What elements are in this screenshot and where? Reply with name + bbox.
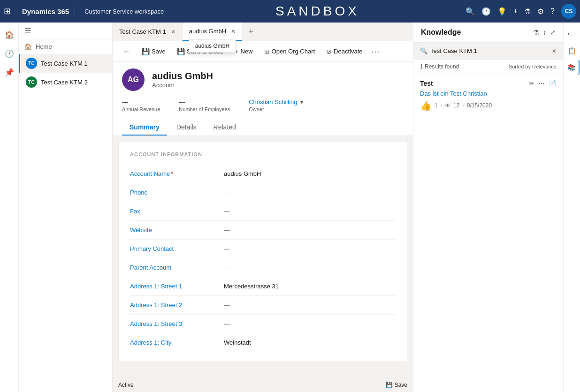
value-fax[interactable]: --- — [224, 208, 396, 215]
label-street2: Address 1: Street 2 — [130, 302, 224, 309]
tab-details[interactable]: Details — [169, 120, 204, 136]
knowledge-panel-title: Knowledge — [421, 28, 461, 37]
status-save-button[interactable]: 💾 Save — [386, 382, 407, 388]
case-label-1: Test Case KTM 1 — [41, 60, 88, 67]
tab-audius[interactable]: audius GmbH ✕ audius GmbH — [183, 23, 243, 41]
deactivate-button[interactable]: ⊘ Deactivate — [321, 45, 367, 58]
add-tab-button[interactable]: + — [243, 27, 259, 37]
user-avatar[interactable]: CS — [561, 4, 576, 19]
open-org-chart-button[interactable]: ⊞ Open Org Chart — [259, 45, 320, 58]
nav-icons: 🔍 🕐 💡 + ⚗ ⚙ ? CS — [466, 4, 576, 19]
far-panel-knowledge-icon active[interactable]: 📚 — [565, 60, 580, 75]
knowledge-search-input[interactable] — [430, 47, 549, 54]
value-street2[interactable]: --- — [224, 302, 396, 309]
value-website[interactable]: --- — [224, 226, 396, 234]
help-icon[interactable]: 💡 — [497, 7, 507, 16]
status-save-label: Save — [395, 382, 407, 388]
far-panel-productivity-icon[interactable]: 📋 — [565, 43, 580, 58]
views-count: 12 — [453, 102, 459, 109]
question-icon[interactable]: ? — [550, 7, 555, 15]
annual-revenue-value[interactable]: --- — [122, 98, 160, 106]
knowledge-results-bar: 1 Results found Sorted by Relevance — [413, 60, 563, 74]
filter-knowledge-icon[interactable]: ⚗ — [533, 29, 539, 36]
app-name[interactable]: Dynamics 365 — [16, 8, 75, 15]
tab-related[interactable]: Related — [206, 120, 244, 136]
record-fields: --- Annual Revenue --- Number of Employe… — [122, 95, 404, 116]
sidebar-recent-icon[interactable]: 🕐 — [1, 45, 18, 62]
dot-separator-2: · — [462, 102, 464, 109]
back-button[interactable]: ← — [118, 45, 135, 59]
knowledge-panel-header: Knowledge ⚗ ↕ ⤢ — [413, 23, 563, 43]
new-icon: + — [235, 48, 238, 55]
value-parent-account[interactable]: --- — [224, 264, 396, 271]
article-actions: ✏ ⋯ 📄 — [529, 80, 557, 87]
owner-name: Christian Schilling — [249, 98, 297, 106]
nav-panel: ☰ 🏠 Home TC Test Case KTM 1 TC Test Case… — [19, 23, 113, 392]
tab-close-1[interactable]: ✕ — [171, 29, 176, 35]
deactivate-label: Deactivate — [334, 48, 362, 55]
recent-icon[interactable]: 🕐 — [481, 7, 491, 16]
home-icon: 🏠 — [24, 43, 32, 50]
value-street3[interactable]: --- — [224, 320, 396, 327]
record-title-block: audius GmbH Account — [152, 71, 213, 89]
case-label-2: Test Case KTM 2 — [41, 79, 88, 86]
employees-value[interactable]: --- — [179, 98, 230, 106]
value-primary-contact[interactable]: --- — [224, 245, 396, 252]
case-nav-item-2[interactable]: TC Test Case KTM 2 — [19, 73, 112, 91]
value-city[interactable]: Weinstadt — [224, 339, 396, 346]
knowledge-panel: Knowledge ⚗ ↕ ⤢ 🔍 ✕ 1 Results found Sort… — [413, 23, 563, 392]
search-knowledge-icon: 🔍 — [420, 47, 427, 54]
field-account-name: Account Name* audius GmbH — [130, 165, 396, 183]
clear-search-icon[interactable]: ✕ — [552, 48, 557, 54]
article-more-icon[interactable]: ⋯ — [538, 80, 545, 87]
tab-close-2[interactable]: ✕ — [231, 28, 236, 35]
save-button[interactable]: 💾 Save — [137, 45, 170, 58]
home-nav-item[interactable]: 🏠 Home — [19, 39, 112, 54]
record-tabs: Summary Details Related — [122, 120, 404, 136]
main-scrollable: ACCOUNT INFORMATION Account Name* audius… — [113, 136, 413, 377]
save-icon: 💾 — [142, 48, 150, 55]
far-panel-collapse-icon[interactable]: ⟵ — [565, 26, 580, 41]
label-city: Address 1: City — [130, 339, 224, 346]
field-fax: Fax --- — [130, 202, 396, 221]
expand-panel-icon[interactable]: ⤢ — [550, 29, 556, 36]
article-edit-icon[interactable]: ✏ — [529, 80, 534, 87]
plus-icon[interactable]: + — [513, 7, 518, 15]
tab-test-case[interactable]: Test Case KTM 1 ✕ — [113, 23, 183, 41]
chevron-down-icon[interactable]: ▾ — [300, 99, 303, 106]
value-account-name[interactable]: audius GmbH — [224, 170, 396, 177]
save-label: Save — [152, 48, 166, 55]
employees-field: --- Number of Employees — [179, 98, 230, 112]
case-nav-item-1[interactable]: TC Test Case KTM 1 — [19, 54, 112, 73]
left-sidebar: 🏠 🕐 📌 — [0, 23, 19, 392]
like-icon: 👍 — [420, 100, 432, 111]
sandbox-title: SANDBOX — [173, 4, 462, 19]
account-info-card: ACCOUNT INFORMATION Account Name* audius… — [118, 142, 407, 362]
owner-role: Owner — [249, 106, 303, 112]
status-bar: Active 💾 Save — [113, 377, 413, 392]
more-options-icon[interactable]: ⋯ — [371, 46, 380, 57]
record-header: AG audius GmbH Account --- Annual Revenu… — [113, 62, 413, 136]
article-content-link[interactable]: Das ist ein Test Christian — [420, 90, 557, 97]
sidebar-home-icon[interactable]: 🏠 — [1, 26, 18, 43]
tab-summary[interactable]: Summary — [122, 120, 167, 136]
new-button[interactable]: + New — [230, 45, 257, 58]
sidebar-pin-icon[interactable]: 📌 — [1, 64, 18, 81]
content-with-scroll: ACCOUNT INFORMATION Account Name* audius… — [113, 136, 413, 377]
settings-icon[interactable]: ⚙ — [537, 7, 544, 16]
knowledge-article: Test ✏ ⋯ 📄 Das ist ein Test Christian 👍 … — [413, 74, 563, 117]
filter-icon[interactable]: ⚗ — [524, 7, 531, 16]
value-street1[interactable]: Mercedesstrasse 31 — [224, 283, 396, 290]
deactivate-icon: ⊘ — [326, 48, 332, 55]
field-parent-account: Parent Account --- — [130, 258, 396, 277]
hamburger-icon[interactable]: ☰ — [24, 26, 31, 35]
sort-knowledge-icon[interactable]: ↕ — [543, 29, 546, 36]
save-close-button[interactable]: 💾 Save & Close — [172, 45, 229, 58]
grid-icon[interactable]: ⊞ — [4, 6, 11, 16]
owner-link[interactable]: Christian Schilling ▾ — [249, 98, 303, 106]
article-link-icon[interactable]: 📄 — [549, 80, 557, 87]
record-type: Account — [152, 82, 213, 89]
search-icon[interactable]: 🔍 — [466, 7, 475, 16]
required-star: * — [171, 170, 173, 177]
value-phone[interactable]: --- — [224, 189, 396, 196]
